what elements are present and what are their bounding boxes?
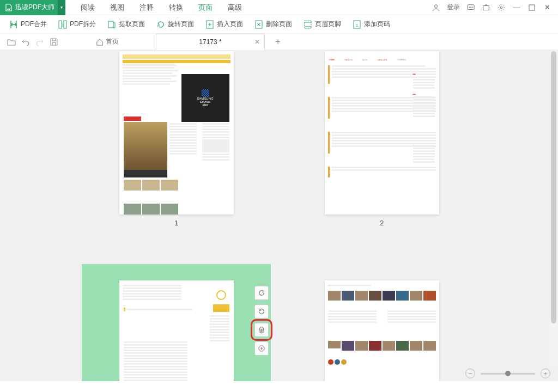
login-link[interactable]: 登录 <box>447 3 460 12</box>
app-logo: 迅读PDF大师 ▾ <box>0 0 65 15</box>
page-action-rotate-ccw[interactable] <box>254 304 269 318</box>
menu-advanced[interactable]: 高级 <box>228 1 242 15</box>
undo-icon[interactable] <box>21 37 31 47</box>
page-thumbnail-2[interactable]: VGAME大陆了小玩暗影诗公共敌人手游#COMPASS ■■■■■■ 2 <box>287 51 476 227</box>
tool-pdf-split[interactable]: PDF拆分 <box>58 20 96 29</box>
svg-text:1: 1 <box>356 23 359 28</box>
tab-add-button[interactable]: ＋ <box>274 36 282 47</box>
menu-page[interactable]: 页面 <box>198 1 213 15</box>
page-number-1: 1 <box>174 219 178 227</box>
page-thumbnail-4[interactable] <box>287 280 476 381</box>
main-menu: 阅读 视图 注释 转换 页面 高级 <box>81 1 242 15</box>
svg-rect-6 <box>64 21 66 28</box>
settings-icon[interactable] <box>497 3 506 12</box>
page-action-rotate-cw[interactable] <box>254 286 269 300</box>
tool-pdf-merge[interactable]: PDF合并 <box>9 20 47 29</box>
app-menu-dropdown[interactable]: ▾ <box>58 0 65 15</box>
page-action-delete[interactable] <box>254 323 269 337</box>
open-icon[interactable] <box>7 37 16 47</box>
tool-delete-page[interactable]: 删除页面 <box>254 20 292 29</box>
tab-close-icon[interactable]: ✕ <box>254 38 260 46</box>
redo-icon[interactable] <box>35 37 45 47</box>
document-tab[interactable]: 17173 * ✕ <box>156 34 265 50</box>
page-thumbnail-1[interactable]: SAMSUNG Exynos 990 1 <box>82 51 271 227</box>
tool-page-number[interactable]: 1添加页码 <box>352 20 390 29</box>
save-icon[interactable] <box>49 37 59 47</box>
menu-view[interactable]: 视图 <box>110 1 124 15</box>
menu-annotate[interactable]: 注释 <box>140 1 154 15</box>
page-action-add[interactable] <box>254 341 269 356</box>
maximize-button[interactable] <box>527 3 536 12</box>
svg-rect-5 <box>59 21 62 28</box>
zoom-in-button[interactable]: ＋ <box>541 369 550 378</box>
thumb1-chip-image: SAMSUNG Exynos 990 <box>181 74 229 122</box>
user-icon[interactable] <box>432 3 440 12</box>
tool-rotate-page[interactable]: 旋转页面 <box>156 20 194 29</box>
menu-read[interactable]: 阅读 <box>81 1 95 15</box>
svg-rect-2 <box>483 5 489 10</box>
tool-header-footer[interactable]: 页眉页脚 <box>303 20 341 29</box>
screenshot-icon[interactable] <box>482 3 490 12</box>
close-button[interactable]: ✕ <box>543 3 551 12</box>
page-grid-area: SAMSUNG Exynos 990 1 VGAME大陆了小玩暗影诗公共敌人手游… <box>0 50 558 381</box>
svg-point-0 <box>434 4 437 7</box>
svg-rect-7 <box>108 21 113 28</box>
tool-insert-page[interactable]: 插入页面 <box>205 20 243 29</box>
minimize-button[interactable]: — <box>512 3 521 12</box>
app-name: 迅读PDF大师 <box>15 3 54 12</box>
page-toolbar: PDF合并 PDF拆分 提取页面 旋转页面 插入页面 删除页面 页眉页脚 1添加… <box>0 15 558 34</box>
chat-icon[interactable] <box>466 3 475 12</box>
vertical-scrollbar[interactable] <box>550 50 557 366</box>
zoom-slider[interactable] <box>481 373 535 375</box>
app-logo-icon <box>4 3 13 12</box>
svg-rect-10 <box>305 21 311 28</box>
page-number-2: 2 <box>380 219 384 227</box>
svg-rect-4 <box>529 5 535 10</box>
tab-title: 17173 * <box>199 38 221 46</box>
tool-extract-page[interactable]: 提取页面 <box>107 20 145 29</box>
page-thumbnail-3-selected[interactable] <box>82 264 271 381</box>
svg-point-3 <box>500 7 502 9</box>
zoom-out-button[interactable]: − <box>465 369 475 378</box>
zoom-bar: − ＋ <box>458 366 558 381</box>
menu-convert[interactable]: 转换 <box>169 1 183 15</box>
home-button[interactable]: 首页 <box>96 37 119 46</box>
